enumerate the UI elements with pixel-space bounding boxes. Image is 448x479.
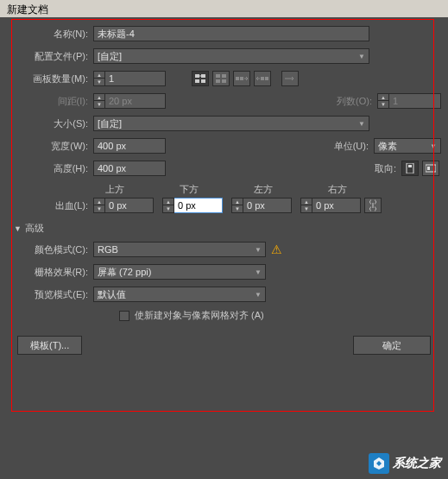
row-profile: 配置文件(P): [自定] ▼ [7, 48, 441, 64]
input-artboards[interactable] [105, 71, 166, 86]
watermark-text: 系统之家 [393, 456, 441, 471]
arrange-row-rtl-icon[interactable] [254, 71, 271, 86]
dropdown-raster-effects[interactable]: 屏幕 (72 ppi) ▼ [93, 264, 266, 280]
row-color-mode: 颜色模式(C): RGB ▼ ⚠ [7, 242, 441, 257]
stepper-down-icon: ▼ [94, 101, 104, 108]
dropdown-preview-mode-value: 默认值 [98, 288, 126, 301]
stepper-up-icon[interactable]: ▲ [232, 199, 243, 205]
svg-rect-12 [407, 163, 413, 173]
dialog-title: 新建文档 [7, 3, 48, 16]
label-profile: 配置文件(P): [7, 50, 93, 63]
svg-rect-5 [222, 74, 226, 78]
stepper-artboards[interactable]: ▲ ▼ [93, 71, 166, 86]
landscape-icon[interactable] [422, 161, 439, 176]
label-width: 宽度(W): [7, 140, 93, 153]
stepper-bleed-top[interactable]: ▲▼ [93, 198, 154, 213]
arrange-arrow-icon[interactable] [281, 71, 299, 86]
advanced-disclosure[interactable]: ▼ 高级 [14, 222, 441, 235]
stepper-bleed-right[interactable]: ▲▼ [300, 198, 361, 213]
input-columns [389, 93, 441, 109]
titlebar: 新建文档 [0, 0, 448, 17]
dropdown-units-value: 像素 [378, 140, 397, 153]
label-bleed-left: 左方 [254, 183, 328, 196]
label-bleed-bottom: 下方 [180, 183, 254, 196]
svg-rect-14 [426, 165, 436, 172]
input-bleed-right[interactable] [312, 198, 361, 213]
chevron-down-icon: ▼ [358, 53, 365, 60]
input-bleed-top[interactable] [105, 198, 154, 213]
svg-rect-1 [201, 74, 205, 78]
stepper-up-icon[interactable]: ▲ [94, 72, 104, 79]
chevron-down-icon: ▼ [358, 120, 365, 128]
svg-rect-15 [427, 167, 430, 170]
label-units: 单位(U): [334, 140, 374, 153]
row-bleed: 出血(L): ▲▼ ▲▼ ▲▼ ▲▼ [7, 198, 441, 213]
stepper-bleed-left[interactable]: ▲▼ [231, 198, 292, 213]
stepper-up-icon[interactable]: ▲ [301, 199, 312, 205]
stepper-up-icon: ▲ [378, 94, 388, 101]
portrait-icon[interactable] [401, 161, 419, 176]
row-spacing-columns: 间距(I): ▲ ▼ 列数(O): ▲ ▼ [7, 93, 441, 109]
stepper-down-icon[interactable]: ▼ [301, 205, 312, 212]
input-bleed-bottom[interactable] [174, 198, 223, 213]
dialog-body: 名称(N): 配置文件(P): [自定] ▼ 画板数量(M): ▲ ▼ 间距( [0, 17, 448, 369]
label-spacing: 间距(I): [7, 95, 93, 108]
ok-button[interactable]: 确定 [353, 336, 431, 355]
stepper-up-icon[interactable]: ▲ [94, 199, 104, 205]
warning-icon: ⚠ [271, 243, 282, 256]
stepper-down-icon[interactable]: ▼ [94, 79, 104, 85]
stepper-down-icon[interactable]: ▼ [163, 205, 174, 212]
dropdown-preview-mode[interactable]: 默认值 ▼ [93, 287, 266, 302]
grid-by-column-icon[interactable] [212, 71, 230, 86]
watermark-logo-icon [369, 453, 389, 474]
label-raster-effects: 栅格效果(R): [7, 266, 93, 279]
dropdown-size[interactable]: [自定] ▼ [93, 116, 369, 131]
input-spacing [105, 93, 166, 109]
svg-rect-11 [265, 77, 268, 80]
link-bleed-icon[interactable] [364, 198, 382, 213]
dropdown-color-mode[interactable]: RGB ▼ [93, 242, 266, 257]
grid-by-row-icon[interactable] [192, 71, 209, 86]
button-row: 模板(T)... 确定 [7, 331, 441, 360]
label-preview-mode: 预览模式(E): [7, 288, 93, 301]
stepper-up-icon[interactable]: ▲ [163, 199, 174, 205]
svg-rect-8 [236, 77, 239, 80]
chevron-down-icon: ▼ [255, 291, 262, 299]
stepper-down-icon: ▼ [378, 101, 388, 108]
label-height: 高度(H): [7, 162, 93, 175]
row-preview-mode: 预览模式(E): 默认值 ▼ [7, 287, 441, 302]
dropdown-color-mode-value: RGB [98, 244, 118, 255]
orientation-icons [401, 161, 441, 176]
row-align-checkbox[interactable]: 使新建对象与像素网格对齐 (A) [119, 309, 441, 322]
stepper-down-icon[interactable]: ▼ [232, 205, 243, 212]
arrange-row-icon[interactable] [233, 71, 250, 86]
svg-rect-6 [216, 79, 220, 83]
disclosure-triangle-icon: ▼ [14, 224, 22, 233]
label-size: 大小(S): [7, 117, 93, 130]
dropdown-profile[interactable]: [自定] ▼ [93, 48, 369, 64]
label-columns: 列数(O): [337, 95, 377, 108]
stepper-down-icon[interactable]: ▼ [94, 205, 104, 212]
label-align-checkbox: 使新建对象与像素网格对齐 (A) [135, 309, 264, 322]
row-name: 名称(N): [7, 26, 441, 41]
input-width[interactable] [93, 138, 166, 154]
checkbox-align-pixel-grid[interactable] [119, 311, 129, 321]
label-bleed-top: 上方 [105, 183, 180, 196]
dropdown-profile-value: [自定] [98, 50, 122, 63]
input-name[interactable] [93, 26, 369, 41]
svg-rect-0 [195, 74, 199, 78]
row-artboards: 画板数量(M): ▲ ▼ [7, 71, 441, 86]
input-bleed-left[interactable] [243, 198, 292, 213]
stepper-columns: ▲ ▼ [377, 93, 441, 109]
bleed-labels: 上方 下方 左方 右方 [105, 183, 441, 196]
stepper-bleed-bottom[interactable]: ▲▼ [162, 198, 223, 213]
svg-rect-10 [261, 77, 264, 80]
input-height[interactable] [93, 161, 166, 176]
row-height-orient: 高度(H): 取向: [7, 161, 441, 176]
dropdown-units[interactable]: 像素 ▼ [374, 138, 441, 154]
templates-button[interactable]: 模板(T)... [17, 336, 82, 355]
svg-rect-2 [195, 79, 199, 83]
stepper-up-icon: ▲ [94, 94, 104, 101]
row-raster-effects: 栅格效果(R): 屏幕 (72 ppi) ▼ [7, 264, 441, 280]
label-color-mode: 颜色模式(C): [7, 243, 93, 256]
